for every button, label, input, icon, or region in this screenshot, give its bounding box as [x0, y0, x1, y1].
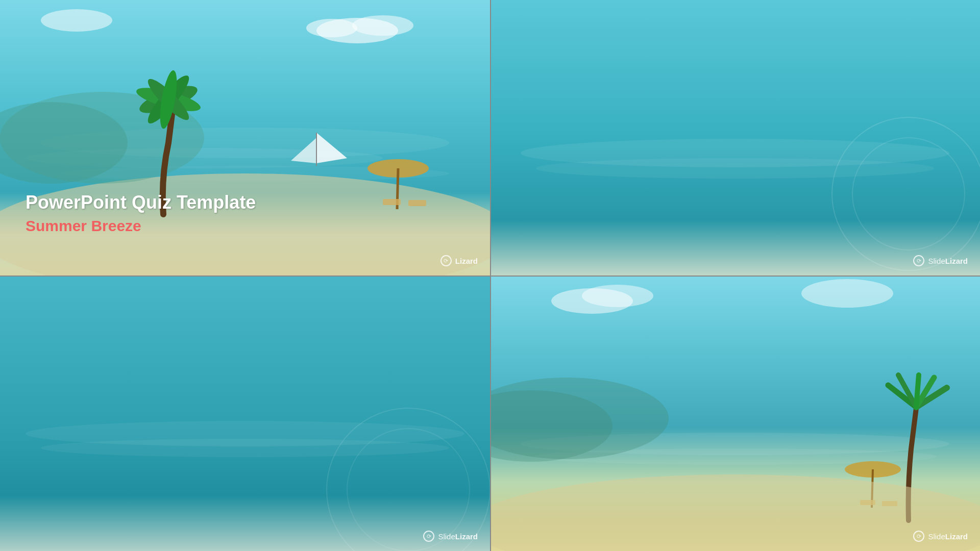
brand-icon-2: ⟳: [913, 255, 924, 266]
brand-icon-3: ⟳: [423, 531, 434, 542]
brand-logo-1: ⟳ Lizard: [440, 255, 478, 266]
brand-icon-4: ⟳: [913, 531, 924, 542]
title-slide: PowerPoint Quiz Template Summer Breeze ⟳…: [0, 0, 490, 276]
svg-point-20: [41, 9, 112, 32]
svg-point-18: [352, 15, 413, 36]
brand-logo-4: ⟳ SlideLizard: [913, 531, 968, 542]
svg-point-19: [306, 19, 357, 37]
brand-icon-1: ⟳: [440, 255, 452, 266]
svg-rect-26: [0, 276, 490, 551]
quiz-slide-3: What is your question? A Answer 1 B Answ…: [0, 276, 490, 551]
svg-point-35: [582, 285, 653, 307]
svg-point-23: [536, 158, 934, 179]
brand-logo-3: ⟳ SlideLizard: [423, 531, 478, 542]
brand-logo-2: ⟳ SlideLizard: [913, 255, 968, 266]
brand-text-4: SlideLizard: [928, 532, 968, 541]
svg-point-36: [801, 279, 893, 308]
slide-title: PowerPoint Quiz Template: [26, 192, 256, 213]
quiz-slide-2: What is your question? A Answer 1 B Answ…: [490, 0, 980, 276]
vertical-divider: [490, 0, 491, 551]
brand-text-2: SlideLizard: [928, 257, 968, 265]
svg-point-28: [41, 439, 449, 457]
svg-rect-15: [383, 199, 401, 205]
title-content: PowerPoint Quiz Template Summer Breeze: [26, 192, 256, 235]
brand-text-3: SlideLizard: [438, 532, 478, 541]
quiz-slide-4: What is your question? A Answer 1 B Answ…: [490, 276, 980, 551]
brand-text-1: Lizard: [455, 257, 478, 265]
svg-rect-16: [408, 200, 426, 206]
slide-subtitle: Summer Breeze: [26, 217, 256, 235]
